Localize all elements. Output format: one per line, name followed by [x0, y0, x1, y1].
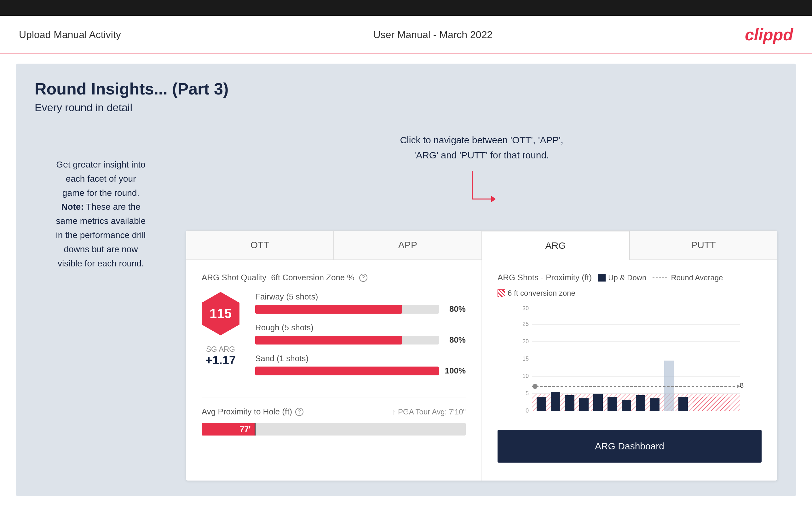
footer: Copyright Clippd 2021	[0, 506, 812, 507]
desc-line3: game for the round.	[62, 188, 139, 198]
desc-line2: each facet of your	[66, 174, 136, 184]
content-layout: Get greater insight into each facet of y…	[35, 132, 777, 481]
svg-text:25: 25	[522, 321, 529, 327]
right-panel-wrapper: Click to navigate between 'OTT', 'APP', …	[186, 132, 777, 481]
svg-text:0: 0	[525, 407, 529, 414]
svg-rect-21	[551, 392, 560, 411]
svg-rect-31	[693, 397, 730, 411]
desc-line5: same metrics available	[56, 216, 146, 226]
desc-note: Note:	[61, 202, 84, 212]
desc-line1: Get greater insight into	[56, 160, 145, 169]
svg-text:8: 8	[740, 381, 744, 389]
tab-arg[interactable]: ARG	[482, 230, 629, 260]
left-description: Get greater insight into each facet of y…	[35, 158, 167, 271]
proximity-header: Avg Proximity to Hole (ft) ? ↑ PGA Tour …	[202, 407, 466, 416]
svg-text:10: 10	[522, 373, 529, 379]
legend-roundavg: Round Average	[653, 273, 723, 282]
svg-marker-34	[737, 384, 740, 389]
prox-bar-fill: 77'	[202, 423, 255, 436]
legend-conversion: 6 ft conversion zone	[498, 289, 575, 297]
pga-avg: ↑ PGA Tour Avg: 7'10"	[392, 407, 466, 416]
svg-rect-28	[650, 398, 659, 411]
score-hexagon: 115	[202, 292, 240, 335]
svg-rect-24	[593, 394, 603, 411]
svg-rect-25	[608, 397, 617, 411]
bar-sand-track	[255, 367, 439, 375]
bar-rough: Rough (5 shots) 80%	[255, 323, 466, 345]
svg-text:15: 15	[522, 355, 529, 362]
tabs-container: OTT APP ARG PUTT	[186, 230, 777, 260]
chart-header: ARG Shots - Proximity (ft) Up & Down Rou…	[498, 273, 762, 297]
svg-text:20: 20	[522, 338, 529, 344]
svg-text:30: 30	[522, 305, 529, 312]
svg-text:5: 5	[525, 390, 529, 396]
bar-sand-pct: 100%	[444, 366, 466, 376]
svg-rect-26	[622, 400, 631, 411]
bar-rough-fill	[255, 336, 402, 344]
legend-conversion-label: 6 ft conversion zone	[508, 289, 575, 297]
legend-updown-icon	[598, 274, 606, 282]
tab-ott[interactable]: OTT	[186, 230, 334, 260]
main-content: Round Insights... (Part 3) Every round i…	[16, 64, 796, 496]
svg-rect-30	[678, 397, 688, 411]
svg-rect-22	[565, 395, 574, 411]
card-body: ARG Shot Quality 6ft Conversion Zone % ?…	[186, 260, 777, 481]
hexagon-container: 115 SG ARG +1.17	[202, 292, 240, 367]
left-panel: Get greater insight into each facet of y…	[35, 132, 167, 271]
svg-rect-23	[579, 398, 589, 411]
bars-section: Fairway (5 shots) 80%	[255, 292, 466, 385]
bar-fairway-pct: 80%	[444, 304, 466, 314]
bar-sand: Sand (1 shots) 100%	[255, 354, 466, 376]
desc-line7: downs but are now	[64, 244, 138, 254]
chart-area: 0 5 10 15 20 25 30	[498, 304, 762, 424]
conversion-title: 6ft Conversion Zone %	[271, 273, 354, 282]
desc-line4: These are the	[84, 202, 141, 212]
shot-quality-title: ARG Shot Quality	[202, 273, 266, 282]
prox-cursor	[255, 423, 256, 436]
proximity-help-icon[interactable]: ?	[295, 408, 303, 416]
annotation-arrow	[186, 168, 777, 212]
bar-fairway: Fairway (5 shots) 80%	[255, 292, 466, 314]
score-area: 115 SG ARG +1.17 Fairway (5 shots)	[202, 292, 466, 385]
proximity-section: Avg Proximity to Hole (ft) ? ↑ PGA Tour …	[202, 397, 466, 436]
bar-sand-fill	[255, 367, 439, 375]
bar-fairway-fill	[255, 305, 402, 314]
svg-rect-29	[664, 360, 674, 411]
legend-dash-icon	[653, 276, 668, 280]
svg-point-33	[532, 384, 538, 389]
chart-title: ARG Shots - Proximity (ft)	[498, 273, 592, 282]
bar-rough-pct: 80%	[444, 335, 466, 345]
svg-rect-20	[537, 397, 546, 411]
proximity-title: Avg Proximity to Hole (ft) ?	[202, 407, 303, 416]
card-left-section: ARG Shot Quality 6ft Conversion Zone % ?…	[186, 260, 482, 481]
help-icon[interactable]: ?	[359, 274, 367, 282]
card: OTT APP ARG PUTT ARG Shot Quality 6ft Co…	[186, 230, 777, 481]
annotation-container: Click to navigate between 'OTT', 'APP', …	[186, 132, 777, 212]
tab-app[interactable]: APP	[334, 230, 481, 260]
bar-fairway-track	[255, 305, 439, 314]
page-title: Round Insights... (Part 3)	[35, 79, 777, 98]
shot-quality-header: ARG Shot Quality 6ft Conversion Zone % ?	[202, 273, 466, 282]
sg-label: SG ARG	[206, 345, 235, 354]
svg-rect-27	[636, 395, 645, 411]
desc-line6: in the performance drill	[56, 230, 146, 240]
page-subtitle: Every round in detail	[35, 101, 777, 114]
desc-line8: visible for each round.	[58, 259, 144, 268]
legend-roundavg-label: Round Average	[671, 273, 723, 282]
sg-value: +1.17	[205, 354, 236, 367]
legend-hatch-icon	[498, 289, 505, 297]
svg-marker-2	[491, 196, 496, 202]
bar-sand-row: 100%	[255, 366, 466, 376]
upload-label: Upload Manual Activity	[19, 29, 121, 41]
bar-rough-track	[255, 336, 439, 344]
tab-putt[interactable]: PUTT	[629, 230, 777, 260]
top-bar	[0, 0, 812, 16]
arg-dashboard-button[interactable]: ARG Dashboard	[498, 430, 762, 463]
chart-svg: 0 5 10 15 20 25 30	[498, 304, 762, 424]
header: Upload Manual Activity User Manual - Mar…	[0, 16, 812, 54]
bar-fairway-label: Fairway (5 shots)	[255, 292, 466, 302]
user-manual-label: User Manual - March 2022	[373, 29, 493, 41]
bar-fairway-row: 80%	[255, 304, 466, 314]
bar-rough-row: 80%	[255, 335, 466, 345]
annotation-text: Click to navigate between 'OTT', 'APP', …	[186, 132, 777, 163]
